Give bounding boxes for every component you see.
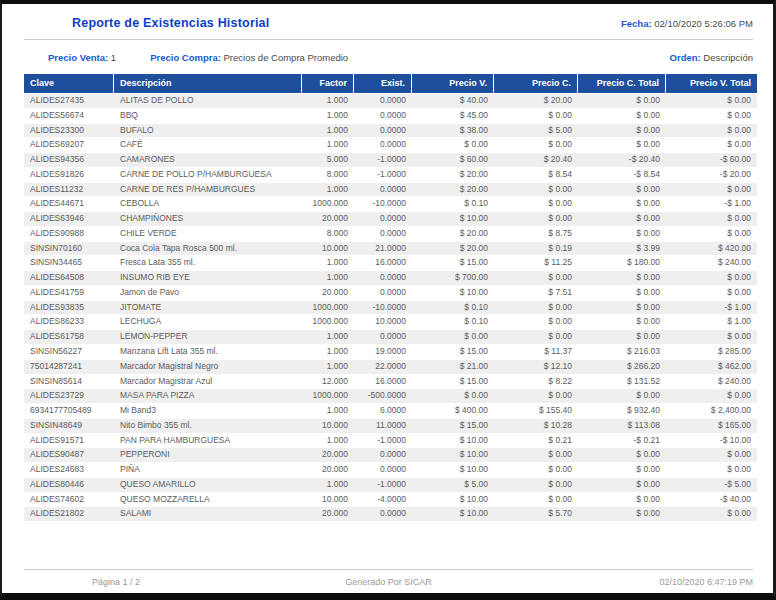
- cell-exist: 0.0000: [354, 212, 412, 226]
- cell-precio_c_total: $ 0.00: [578, 138, 666, 152]
- cell-descripcion: Fresca Lata 355 ml.: [114, 256, 302, 270]
- cell-precio_v_total: $ 0.00: [666, 94, 757, 108]
- cell-exist: -1.0000: [354, 478, 412, 492]
- cell-descripcion: PEPPERONI: [114, 448, 302, 462]
- cell-clave: 75014287241: [24, 360, 114, 374]
- cell-precio_c_total: -$ 8.54: [578, 168, 666, 182]
- cell-precio_v: $ 700.00: [412, 271, 494, 285]
- cell-precio_v_total: -$ 60.00: [666, 153, 757, 167]
- cell-precio_c: $ 0.00: [494, 271, 578, 285]
- cell-exist: 0.0000: [354, 109, 412, 123]
- table-row: ALIDES69207CAFÉ1.0000.0000$ 0.00$ 0.00$ …: [24, 138, 757, 152]
- table-row: ALIDES11232CARNE DE RES P/HAMBURGUES1.00…: [24, 183, 757, 197]
- cell-precio_c_total: $ 216.03: [578, 345, 666, 359]
- table-row: ALIDES90988CHILE VERDE8.0000.0000$ 20.00…: [24, 227, 757, 241]
- cell-precio_v: $ 0.00: [412, 389, 494, 403]
- cell-precio_c_total: $ 0.00: [578, 212, 666, 226]
- cell-descripcion: SALAMI: [114, 507, 302, 521]
- table-row: ALIDES23300BUFALO1.0000.0000$ 38.00$ 5.0…: [24, 124, 757, 138]
- column-header-descripcion: Descripción: [114, 74, 302, 93]
- cell-precio_c: $ 11.25: [494, 256, 578, 270]
- cell-precio_c_total: $ 0.00: [578, 507, 666, 521]
- table-row: ALIDES23729MASA PARA PIZZA1000.000-500.0…: [24, 389, 757, 403]
- cell-descripcion: CHAMPIÑONES: [114, 212, 302, 226]
- cell-descripcion: PIÑA: [114, 463, 302, 477]
- cell-precio_v: $ 15.00: [412, 375, 494, 389]
- cell-exist: -1.0000: [354, 434, 412, 448]
- cell-descripcion: QUESO AMARILLO: [114, 478, 302, 492]
- cell-precio_c_total: -$ 0.21: [578, 434, 666, 448]
- generated-by: Generado Por SICAR: [244, 577, 533, 587]
- table-row: SINSIN70160Coca Cola Tapa Rosca 500 ml.1…: [24, 242, 757, 256]
- table-row: ALIDES94356CAMARONES5.000-1.0000$ 60.00$…: [24, 153, 757, 167]
- cell-clave: ALIDES69207: [24, 138, 114, 152]
- cell-clave: SINSIN34465: [24, 256, 114, 270]
- cell-precio_v: $ 0.10: [412, 197, 494, 211]
- cell-precio_v: $ 0.00: [412, 138, 494, 152]
- column-header-precio_v: Precio V.: [412, 74, 494, 93]
- cell-precio_v: $ 10.00: [412, 212, 494, 226]
- cell-precio_c: $ 20.00: [494, 94, 578, 108]
- cell-factor: 1.000: [302, 404, 354, 418]
- cell-precio_c_total: $ 3.99: [578, 242, 666, 256]
- cell-exist: 22.0000: [354, 360, 412, 374]
- cell-descripcion: BBQ: [114, 109, 302, 123]
- cell-clave: SINSIN70160: [24, 242, 114, 256]
- cell-precio_c_total: -$ 20.40: [578, 153, 666, 167]
- cell-exist: 16.0000: [354, 375, 412, 389]
- cell-precio_v_total: $ 0.00: [666, 389, 757, 403]
- cell-precio_v_total: $ 0.00: [666, 286, 757, 300]
- cell-precio_v: $ 0.00: [412, 330, 494, 344]
- cell-clave: 6934177705489: [24, 404, 114, 418]
- cell-precio_c_total: $ 0.00: [578, 389, 666, 403]
- cell-factor: 10.000: [302, 493, 354, 507]
- cell-precio_c: $ 0.00: [494, 330, 578, 344]
- inventory-table: ClaveDescripciónFactorExist.Precio V.Pre…: [24, 73, 757, 522]
- cell-precio_c: $ 0.00: [494, 183, 578, 197]
- cell-factor: 10.000: [302, 242, 354, 256]
- cell-precio_v: $ 15.00: [412, 419, 494, 433]
- cell-precio_c: $ 0.00: [494, 463, 578, 477]
- cell-precio_c_total: $ 0.00: [578, 448, 666, 462]
- cell-clave: ALIDES27435: [24, 94, 114, 108]
- cell-precio_c_total: $ 932.40: [578, 404, 666, 418]
- cell-precio_v_total: -$ 1.00: [666, 197, 757, 211]
- cell-exist: 10.0000: [354, 315, 412, 329]
- cell-precio_v_total: -$ 10.00: [666, 434, 757, 448]
- cell-precio_v: $ 10.00: [412, 493, 494, 507]
- cell-exist: 0.0000: [354, 227, 412, 241]
- cell-descripcion: CAMARONES: [114, 153, 302, 167]
- cell-exist: -10.0000: [354, 197, 412, 211]
- cell-factor: 1000.000: [302, 197, 354, 211]
- table-row: ALIDES86233LECHUGA1000.00010.0000$ 0.10$…: [24, 315, 757, 329]
- cell-clave: SINSIN56227: [24, 345, 114, 359]
- cell-factor: 1.000: [302, 94, 354, 108]
- table-row: ALIDES21802SALAMI20.0000.0000$ 10.00$ 5.…: [24, 507, 757, 521]
- precio-compra-param: Precio Compra: Precios de Compra Promedi…: [150, 52, 348, 63]
- cell-precio_v_total: $ 0.00: [666, 183, 757, 197]
- cell-descripcion: Nito Bimbo 355 ml.: [114, 419, 302, 433]
- cell-precio_c: $ 20.40: [494, 153, 578, 167]
- cell-factor: 1.000: [302, 109, 354, 123]
- cell-precio_c_total: $ 0.00: [578, 330, 666, 344]
- cell-precio_c: $ 0.00: [494, 493, 578, 507]
- cell-precio_v: $ 10.00: [412, 286, 494, 300]
- cell-precio_c_total: $ 0.00: [578, 227, 666, 241]
- cell-exist: 0.0000: [354, 330, 412, 344]
- cell-descripcion: ALITAS DE POLLO: [114, 94, 302, 108]
- cell-exist: -1.0000: [354, 168, 412, 182]
- table-row: ALIDES44671CEBOLLA1000.000-10.0000$ 0.10…: [24, 197, 757, 211]
- cell-precio_v_total: $ 0.00: [666, 507, 757, 521]
- cell-precio_v: $ 21.00: [412, 360, 494, 374]
- cell-exist: 0.0000: [354, 94, 412, 108]
- fecha-label: Fecha:: [621, 18, 652, 29]
- cell-factor: 1.000: [302, 138, 354, 152]
- cell-factor: 1.000: [302, 256, 354, 270]
- cell-precio_v: $ 0.10: [412, 315, 494, 329]
- cell-precio_v_total: -$ 1.00: [666, 301, 757, 315]
- cell-precio_c: $ 155.40: [494, 404, 578, 418]
- cell-descripcion: Manzana Lift Lata 355 ml.: [114, 345, 302, 359]
- cell-precio_v_total: $ 240.00: [666, 375, 757, 389]
- cell-descripcion: INSUMO RIB EYE: [114, 271, 302, 285]
- table-row: ALIDES64508INSUMO RIB EYE1.0000.0000$ 70…: [24, 271, 757, 285]
